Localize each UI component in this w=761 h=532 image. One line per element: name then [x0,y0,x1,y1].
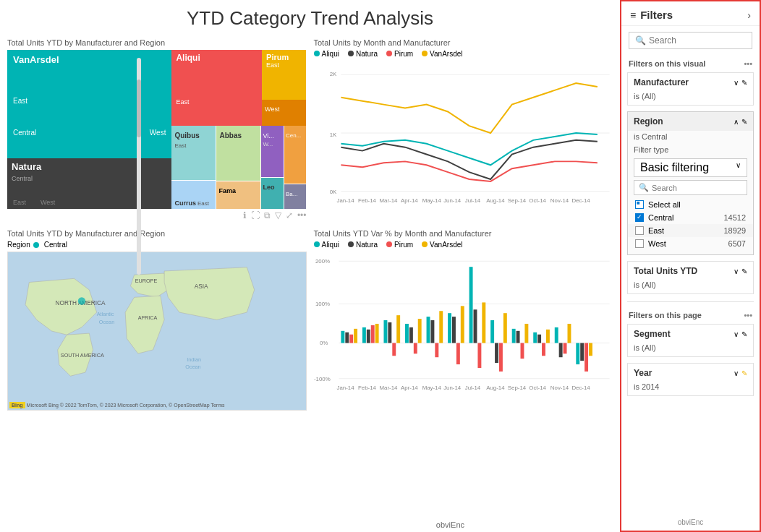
svg-rect-55[interactable] [503,313,506,343]
svg-rect-35[interactable] [396,315,400,343]
region-edit-icon[interactable]: ✎ [741,118,747,126]
filter-search-input[interactable] [649,35,746,46]
svg-rect-69 [580,343,584,361]
barchart-title: Total Units YTD Var % by Month and Manuf… [314,229,613,238]
select-all-checkbox[interactable] [635,200,644,209]
segment-chevron-icon[interactable]: ∨ [734,330,739,338]
svg-rect-45[interactable] [451,317,455,343]
treemap-cell-pirum[interactable]: Pirum East [262,50,306,100]
treemap-cell-ba[interactable]: Ba... [284,184,307,209]
svg-text:Oct-14: Oct-14 [529,385,546,391]
year-edit-icon[interactable]: ✎ [741,369,747,377]
svg-rect-37[interactable] [409,327,412,343]
info-icon[interactable]: ℹ [243,210,247,220]
svg-rect-40[interactable] [426,317,430,343]
svg-rect-64[interactable] [554,327,558,343]
svg-rect-36[interactable] [405,324,409,343]
svg-rect-49[interactable] [473,309,477,343]
collapse-icon[interactable]: › [747,9,751,21]
filters-page-more[interactable]: ••• [744,311,752,319]
svg-rect-41[interactable] [430,320,434,343]
svg-rect-39[interactable] [417,319,421,343]
filter-icon[interactable]: ▽ [275,210,281,220]
totalunits-edit-icon[interactable]: ✎ [741,267,747,275]
focus-icon[interactable]: ⤢ [286,210,293,220]
bc-vanarsdel-dot [422,241,428,247]
more-icon[interactable]: ••• [297,210,307,220]
filter-manufacturer-header[interactable]: Manufacturer ∨ ✎ [628,73,753,92]
svg-rect-57[interactable] [516,331,519,343]
segment-edit-icon[interactable]: ✎ [741,330,747,338]
svg-rect-56[interactable] [511,329,515,343]
region-search-input[interactable] [652,184,742,192]
manufacturer-chevron-icon[interactable]: ∨ [734,79,739,87]
svg-rect-60[interactable] [533,332,537,343]
map-area[interactable]: NORTH AMERICA SOUTH AMERICA EUROPE AFRIC… [7,252,307,411]
svg-text:Jun-14: Jun-14 [443,197,462,204]
filter-search-box[interactable]: 🔍 [629,32,752,49]
svg-rect-48[interactable] [469,267,472,343]
filter-option-central[interactable]: Central 14512 [628,211,753,224]
svg-rect-24[interactable] [341,331,344,343]
west-checkbox[interactable] [635,239,644,248]
svg-text:Dec-14: Dec-14 [571,197,590,204]
search-icon: 🔍 [635,35,646,46]
filter-select-all[interactable]: Select all [628,198,753,211]
treemap-cell-currus[interactable]: Currus East [171,181,216,209]
svg-rect-28[interactable] [362,327,365,343]
copy-icon[interactable]: ⧉ [264,210,271,220]
filter-item-segment: Segment ∨ ✎ is (All) [627,324,754,357]
svg-rect-67[interactable] [567,324,571,343]
expand-icon[interactable]: ⛶ [251,210,260,220]
treemap-cell-quibus[interactable]: Quibus East [171,126,216,180]
east-checkbox[interactable] [635,226,644,235]
vanarsdel-east: East [13,97,27,105]
svg-rect-32[interactable] [383,320,387,343]
filter-type-dropdown[interactable]: Basic filtering ∨ [634,158,747,177]
filters-on-visual-text: Filters on this visual [629,59,705,68]
svg-rect-61[interactable] [537,335,541,343]
svg-rect-59[interactable] [524,324,528,343]
filter-segment-header[interactable]: Segment ∨ ✎ [628,325,753,343]
filter-region-header[interactable]: Region ∧ ✎ [628,112,753,131]
svg-text:May-14: May-14 [422,197,441,204]
filter-year-icons: ∨ ✎ [734,369,747,377]
manufacturer-edit-icon[interactable]: ✎ [741,79,747,87]
svg-text:Mar-14: Mar-14 [379,197,398,204]
filter-region-search[interactable]: 🔍 [634,180,747,195]
treemap-cell-abbas[interactable]: Abbas [216,126,260,181]
treemap-cell-leo[interactable]: Leo [261,178,284,209]
treemap[interactable]: VanArsdel East Central West Natura Centr… [7,50,307,209]
svg-rect-44[interactable] [448,313,451,343]
branding: obviEnc [436,520,464,529]
treemap-cell-fama[interactable]: Fama [216,181,260,209]
filters-visual-more[interactable]: ••• [744,59,752,68]
aliqui-label: Aliqui [176,53,258,63]
filter-year-header[interactable]: Year ∨ ✎ [628,364,753,382]
svg-rect-51[interactable] [482,302,485,343]
aliqui-line [341,133,597,165]
svg-rect-63[interactable] [545,330,549,343]
svg-rect-33[interactable] [388,322,391,343]
totalunits-chevron-icon[interactable]: ∨ [734,267,739,275]
treemap-cell-aliqui[interactable]: Aliqui East [171,50,262,126]
svg-rect-25[interactable] [345,332,349,343]
treemap-cell-natura[interactable]: Natura Central East West [7,158,171,209]
region-chevron-up-icon[interactable]: ∧ [734,118,739,126]
treemap-cell-west[interactable]: West [262,100,306,126]
filter-option-west[interactable]: West 6507 [628,237,753,250]
central-checkbox[interactable] [635,213,644,222]
filter-totalunits-header[interactable]: Total Units YTD ∨ ✎ [628,262,753,280]
svg-rect-43[interactable] [439,311,443,343]
svg-rect-27[interactable] [354,329,357,343]
svg-rect-52[interactable] [490,320,494,343]
svg-rect-31[interactable] [375,324,378,343]
treemap-cell-vi[interactable]: Vi... W... [261,126,284,177]
svg-rect-29[interactable] [366,330,370,343]
treemap-cell-cen[interactable]: Cen... [284,126,307,184]
svg-rect-26[interactable] [349,335,353,343]
svg-rect-47[interactable] [460,306,464,343]
year-chevron-icon[interactable]: ∨ [734,369,739,377]
treemap-cell-vanarsdel[interactable]: VanArsdel East Central West [7,50,171,158]
filter-option-east[interactable]: East 18929 [628,224,753,237]
